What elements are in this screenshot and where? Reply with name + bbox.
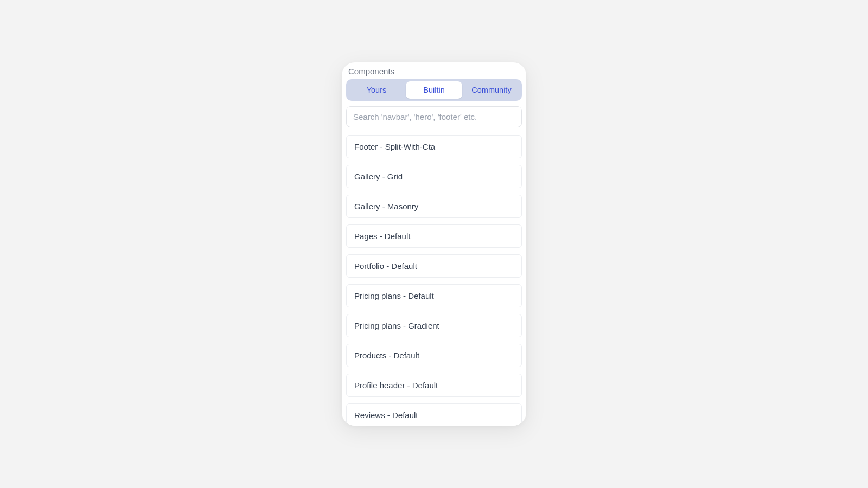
tab-builtin[interactable]: Builtin — [406, 81, 462, 99]
panel-title: Components — [342, 66, 526, 79]
list-item[interactable]: Portfolio - Default — [346, 254, 522, 278]
list-item[interactable]: Pages - Default — [346, 224, 522, 248]
list-item[interactable]: Gallery - Grid — [346, 165, 522, 188]
search-wrap — [342, 106, 526, 131]
list-item[interactable]: Gallery - Masonry — [346, 195, 522, 218]
tab-bar: Yours Builtin Community — [346, 79, 522, 101]
list-item[interactable]: Pricing plans - Gradient — [346, 314, 522, 337]
list-item[interactable]: Profile header - Default — [346, 374, 522, 397]
component-list: Footer - Split-With-Cta Gallery - Grid G… — [342, 131, 526, 426]
search-input[interactable] — [346, 106, 522, 127]
list-item[interactable]: Pricing plans - Default — [346, 284, 522, 307]
components-panel: Components Yours Builtin Community Foote… — [342, 62, 526, 426]
tab-yours[interactable]: Yours — [348, 81, 405, 99]
list-item[interactable]: Products - Default — [346, 344, 522, 367]
tab-community[interactable]: Community — [463, 81, 520, 99]
list-item[interactable]: Reviews - Default — [346, 403, 522, 426]
list-item[interactable]: Footer - Split-With-Cta — [346, 135, 522, 158]
